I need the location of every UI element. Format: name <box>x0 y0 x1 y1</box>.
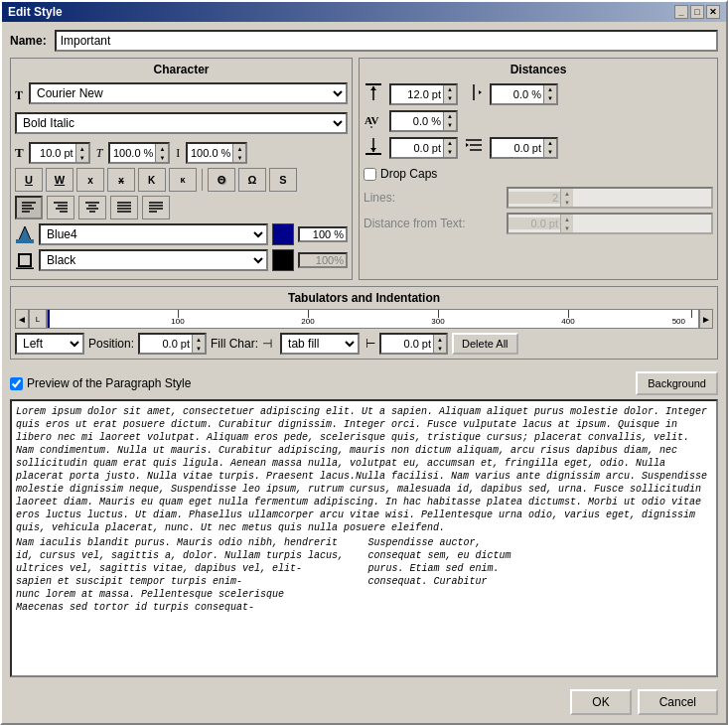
position-arrows: ▲ ▼ <box>192 335 205 353</box>
below-spacing-arrows: ▲ ▼ <box>443 139 456 157</box>
scale-width-up[interactable]: ▲ <box>156 144 168 153</box>
alignment-row <box>15 196 348 219</box>
lines-down[interactable]: ▼ <box>561 198 573 207</box>
ruler-right-arrow[interactable]: ► <box>699 309 713 329</box>
scale-width-input[interactable] <box>110 147 155 159</box>
align-justify-btn[interactable] <box>110 196 138 219</box>
maximize-btn[interactable]: □ <box>690 5 704 19</box>
close-btn[interactable]: ✕ <box>706 5 720 19</box>
ruler-left-arrow[interactable]: ◄ <box>15 309 29 329</box>
ok-btn[interactable]: OK <box>570 689 631 715</box>
indent-up[interactable]: ▲ <box>544 139 556 148</box>
drop-caps-section: Drop Caps Lines: ▲ ▼ Distan <box>364 167 713 234</box>
below-spacing-up[interactable]: ▲ <box>444 139 456 148</box>
font-size-down[interactable]: ▼ <box>76 153 88 162</box>
kerning-spin[interactable]: ▲ ▼ <box>389 110 458 132</box>
left-offset-input[interactable] <box>381 338 433 350</box>
shadow-btn[interactable]: Θ <box>208 168 235 192</box>
left-offset-down[interactable]: ▼ <box>434 344 446 353</box>
outline-opacity-input[interactable] <box>298 252 348 268</box>
above-spacing-icon <box>364 82 383 105</box>
scale-height-down[interactable]: ▼ <box>233 153 245 162</box>
special-btn[interactable]: S <box>269 168 297 192</box>
fill-char-select[interactable]: tab fill <box>280 333 360 355</box>
scale-height-input[interactable] <box>188 147 232 159</box>
below-spacing-spin[interactable]: ▲ ▼ <box>389 137 458 159</box>
lines-up[interactable]: ▲ <box>561 189 573 198</box>
fill-color-select[interactable]: Blue4 <box>39 223 268 245</box>
position-down[interactable]: ▼ <box>193 344 205 353</box>
tab-align-indicator[interactable]: L <box>29 309 47 329</box>
above-spacing-input[interactable] <box>391 88 443 100</box>
kerning-down[interactable]: ▼ <box>444 121 456 130</box>
strikethrough-btn[interactable]: x <box>76 168 104 192</box>
preview-label: Preview of the Paragraph Style <box>27 376 191 390</box>
underline-btn[interactable]: U <box>15 168 43 192</box>
lines-input[interactable] <box>509 192 560 204</box>
name-input[interactable] <box>55 30 718 52</box>
font-icon: 𝐓 <box>15 88 23 102</box>
uppercase-btn[interactable]: K <box>138 168 166 192</box>
font-family-select[interactable]: Courier New <box>29 82 348 104</box>
word-underline-btn[interactable]: W <box>46 168 73 192</box>
scale-height-spin[interactable]: ▲ ▼ <box>186 142 247 164</box>
smallcaps-btn[interactable]: κ <box>169 168 197 192</box>
fill-opacity-input[interactable] <box>298 226 348 242</box>
scale-height-icon: I <box>176 146 180 161</box>
below-spacing-input[interactable] <box>391 142 443 154</box>
delete-all-btn[interactable]: Delete All <box>452 333 517 355</box>
drop-caps-label: Drop Caps <box>380 167 437 181</box>
right-spacing-input[interactable] <box>492 88 543 100</box>
toolbar-separator <box>202 169 203 191</box>
tab-align-select[interactable]: Left Right Center Decimal <box>15 333 84 355</box>
indent-down[interactable]: ▼ <box>544 148 556 157</box>
align-justify2-btn[interactable] <box>142 196 170 219</box>
above-spacing-arrows: ▲ ▼ <box>443 85 456 103</box>
left-offset-spin[interactable]: ▲ ▼ <box>379 333 448 355</box>
lines-row: Lines: ▲ ▼ <box>364 187 713 209</box>
font-style-select[interactable]: Bold Italic <box>15 112 348 134</box>
drop-caps-checkbox[interactable] <box>364 168 376 181</box>
indent-spin[interactable]: ▲ ▼ <box>490 137 558 159</box>
font-size-spin[interactable]: ▲ ▼ <box>29 142 90 164</box>
preview-header: Preview of the Paragraph Style Backgroun… <box>10 371 718 395</box>
left-offset-up[interactable]: ▲ <box>434 335 446 344</box>
right-spacing-down[interactable]: ▼ <box>544 94 556 103</box>
scale-width-spin[interactable]: ▲ ▼ <box>108 142 170 164</box>
kerning-up[interactable]: ▲ <box>444 112 456 121</box>
font-size-up[interactable]: ▲ <box>76 144 88 153</box>
background-btn[interactable]: Background <box>636 371 718 395</box>
outline-color-select[interactable]: Black <box>39 249 268 271</box>
position-up[interactable]: ▲ <box>193 335 205 344</box>
above-spacing-spin[interactable]: ▲ ▼ <box>389 83 458 105</box>
above-spacing-up[interactable]: ▲ <box>444 85 456 94</box>
scale-height-up[interactable]: ▲ <box>233 144 245 153</box>
svg-marker-26 <box>370 86 376 90</box>
align-center-btn[interactable] <box>78 196 106 219</box>
right-spacing-spin[interactable]: ▲ ▼ <box>490 83 558 105</box>
preview-checkbox[interactable] <box>10 377 23 390</box>
minimize-btn[interactable]: _ <box>674 5 688 19</box>
outline-color-swatch <box>272 249 294 271</box>
position-spin[interactable]: ▲ ▼ <box>138 333 207 355</box>
distance-from-text-up[interactable]: ▲ <box>561 215 573 223</box>
position-input[interactable] <box>140 338 192 350</box>
distance-from-text-down[interactable]: ▼ <box>561 223 573 232</box>
kerning-icon: AV <box>364 109 383 132</box>
scale-width-down[interactable]: ▼ <box>156 153 168 162</box>
ruler[interactable]: 100 200 300 400 500 <box>47 309 699 329</box>
cancel-btn[interactable]: Cancel <box>638 689 718 715</box>
distance-from-text-spin[interactable]: ▲ ▼ <box>507 213 713 234</box>
distance-from-text-input[interactable] <box>509 218 560 229</box>
indent-input[interactable] <box>492 142 543 154</box>
font-size-input[interactable] <box>31 147 75 159</box>
align-left-btn[interactable] <box>15 196 43 219</box>
outline-btn[interactable]: Ω <box>238 168 266 192</box>
align-right-btn[interactable] <box>47 196 74 219</box>
kerning-input[interactable] <box>391 115 443 127</box>
below-spacing-down[interactable]: ▼ <box>444 148 456 157</box>
lines-spin[interactable]: ▲ ▼ <box>507 187 713 209</box>
strikethrough2-btn[interactable]: x <box>107 168 135 192</box>
right-spacing-up[interactable]: ▲ <box>544 85 556 94</box>
above-spacing-down[interactable]: ▼ <box>444 94 456 103</box>
